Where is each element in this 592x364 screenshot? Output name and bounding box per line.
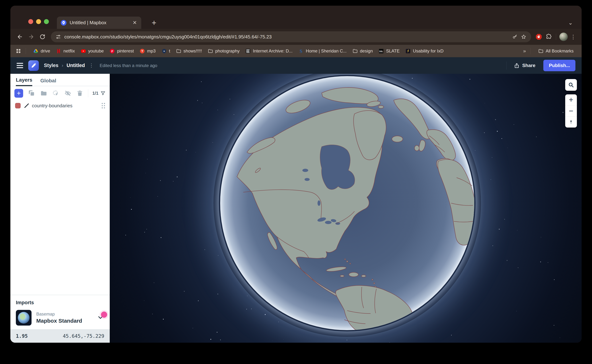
minimize-window-button[interactable] [36, 19, 41, 24]
mapbox-favicon-icon [60, 20, 67, 26]
bookmark-item[interactable]: netflix [56, 48, 75, 54]
extensions-puzzle-icon[interactable] [545, 33, 553, 41]
group-layers-folder-icon[interactable] [40, 90, 47, 97]
bookmark-item[interactable]: shows!!!!! [176, 48, 202, 54]
map-search-button[interactable] [565, 79, 577, 91]
bookmark-label: drive [41, 48, 50, 53]
bookmark-item[interactable]: Internet Archive: D... [245, 48, 292, 54]
zoom-in-button[interactable]: + [565, 94, 577, 105]
share-button[interactable]: Share [514, 63, 535, 69]
breadcrumb-styles[interactable]: Styles [44, 63, 59, 68]
new-tab-button[interactable]: + [149, 18, 159, 28]
tab-strip: Untitled | Mapbox ✕ + ⌄ [10, 6, 582, 29]
share-label: Share [522, 63, 535, 68]
layer-item-country-boundaries[interactable]: country-boundaries [10, 100, 110, 111]
zoom-out-button[interactable]: − [565, 105, 577, 117]
bookmark-label: Usability for IxD [413, 48, 443, 53]
bookmark-label: netflix [63, 48, 75, 53]
folder-icon [208, 48, 213, 54]
url-text: console.mapbox.com/studio/styles/monatgn… [64, 34, 509, 40]
basemap-thumbnail [16, 310, 32, 325]
divider [506, 62, 506, 70]
publish-button[interactable]: Publish... [543, 60, 575, 71]
close-window-button[interactable] [28, 19, 33, 24]
back-button[interactable] [15, 32, 25, 42]
layers-sidebar: Layers Global + [10, 74, 110, 343]
bookmark-label: mp3 [147, 48, 156, 53]
hide-layer-eye-off-icon[interactable] [64, 90, 71, 97]
bookmark-label: youtube [88, 48, 104, 53]
filter-count: 1/1 [92, 91, 99, 96]
layer-filter[interactable]: 1/1 [92, 91, 106, 96]
bookmarks-bar: drive netflix youtube P pinterest Y mp3 … [10, 45, 582, 57]
style-options-kebab-icon[interactable]: ⋮ [89, 64, 94, 67]
maximize-window-button[interactable] [44, 19, 49, 24]
adblock-extension-icon[interactable] [535, 33, 543, 41]
edited-status: Edited less than a minute ago [100, 63, 157, 68]
coordinates-value: 45.645,-75.229 [63, 333, 104, 339]
map-zoom-controls: + − [565, 94, 577, 128]
bookmark-item[interactable]: design [353, 48, 373, 54]
tab-global[interactable]: Global [40, 78, 56, 86]
bookmark-item[interactable]: photography [208, 48, 239, 54]
browser-tab[interactable]: Untitled | Mapbox ✕ [57, 17, 141, 29]
imports-heading: Imports [16, 300, 104, 306]
tab-layers[interactable]: Layers [16, 77, 32, 86]
bookmark-item[interactable]: Usability for IxD [405, 48, 443, 54]
yandex-icon: Y [140, 48, 145, 54]
mapbox-studio-logo[interactable] [28, 60, 39, 71]
expand-import-chevron-icon[interactable] [97, 314, 104, 321]
reload-button[interactable] [38, 32, 47, 42]
layer-actions-row: + 1/1 [10, 86, 110, 100]
tab-search-chevron-icon[interactable]: ⌄ [566, 18, 575, 27]
browser-menu-icon[interactable]: ⋮ [570, 34, 577, 40]
add-layer-button[interactable]: + [14, 89, 23, 98]
ixd-icon [405, 48, 411, 54]
studio-toolbar: Styles › Untitled ⋮ Edited less than a m… [10, 57, 582, 74]
hamburger-menu-icon[interactable] [17, 63, 23, 68]
forward-button[interactable] [26, 32, 36, 42]
compass-button[interactable] [565, 117, 577, 128]
passwords-key-icon[interactable] [512, 34, 518, 39]
bookmark-item[interactable]: P pinterest [110, 48, 134, 54]
bookmark-label: Internet Archive: D... [253, 48, 292, 53]
divider [530, 48, 531, 54]
layer-color-swatch[interactable] [15, 103, 21, 108]
bookmark-item[interactable]: » t [162, 48, 170, 54]
address-bar[interactable]: console.mapbox.com/studio/styles/monatgn… [51, 31, 531, 42]
archive-icon [245, 48, 251, 54]
bookmark-label: shows!!!!! [184, 48, 202, 53]
tab-title: Untitled | Mapbox [70, 20, 132, 26]
svg-text:D2L: D2L [379, 50, 383, 52]
site-settings-icon[interactable] [56, 34, 61, 39]
layer-name: country-boundaries [32, 103, 72, 109]
svg-text:Y: Y [141, 50, 143, 53]
bookmarks-overflow-icon[interactable]: » [523, 48, 526, 54]
import-kind-label: Basemap [36, 312, 82, 317]
bookmark-item[interactable]: youtube [81, 48, 104, 54]
bookmark-item[interactable]: Y mp3 [140, 48, 156, 54]
breadcrumb-style-name[interactable]: Untitled [66, 63, 85, 68]
drag-handle[interactable] [102, 103, 105, 108]
bookmark-star-icon[interactable] [521, 34, 526, 39]
youtube-icon [81, 48, 86, 54]
bookmark-item[interactable]: S Home | Sheridan C... [298, 48, 347, 54]
bookmark-item[interactable]: drive [33, 48, 50, 54]
all-bookmarks-button[interactable]: All Bookmarks [538, 48, 574, 54]
import-item-basemap[interactable]: Basemap Mapbox Standard [16, 310, 104, 325]
bookmark-label: design [360, 48, 373, 53]
profile-avatar[interactable] [559, 32, 568, 41]
map-canvas[interactable]: + − [110, 74, 582, 343]
import-name-label: Mapbox Standard [36, 318, 82, 324]
select-features-icon[interactable] [52, 90, 59, 97]
notification-dot [101, 312, 107, 318]
tab-close-icon[interactable]: ✕ [132, 20, 138, 26]
delete-layer-trash-icon[interactable] [76, 90, 83, 97]
url-bar: console.mapbox.com/studio/styles/monatgn… [10, 29, 582, 45]
sheridan-icon: S [298, 48, 304, 54]
duplicate-layer-icon[interactable] [28, 90, 35, 97]
bookmark-item[interactable]: D2L SLATE [379, 48, 400, 54]
apps-grid-icon[interactable] [15, 48, 21, 54]
zoom-level-value: 1.95 [16, 333, 28, 339]
pinterest-icon: P [110, 48, 115, 54]
